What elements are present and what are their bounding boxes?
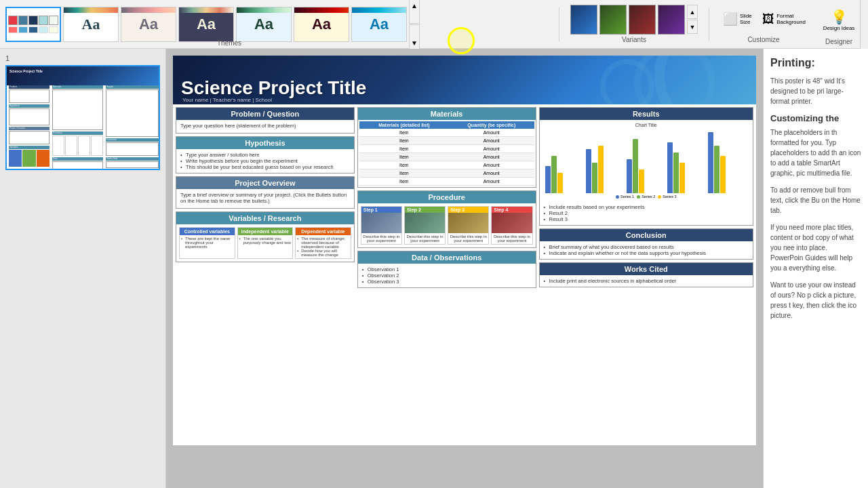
variants-section: ▲ ▼ Variants — [565, 5, 703, 43]
controlled-var-label: Controlled variables — [180, 228, 235, 235]
data-observations-content[interactable]: Observation 1 Observation 2 Observation … — [358, 264, 536, 287]
step-1-image — [361, 213, 401, 233]
slide-thumbnail[interactable]: Science Project Title Problem Hypothesis… — [5, 65, 160, 170]
controlled-var-box[interactable]: Controlled variables These are kept the … — [179, 227, 235, 259]
theme-7[interactable]: Aa — [351, 7, 407, 42]
independent-var-box[interactable]: Independent variable The one variable yo… — [237, 227, 294, 259]
slide-subtitle[interactable]: Your name | Teacher's name | School — [182, 97, 272, 103]
printing-text: This poster is 48" wid It's designed to … — [770, 76, 861, 106]
bar-2-yellow — [598, 146, 604, 193]
format-background-button[interactable]: 🖼 Format Background — [761, 5, 807, 33]
divider-1 — [559, 7, 559, 41]
slide-number: 1 — [5, 54, 160, 62]
hypothesis-bullet-1: Type your answer / solution here — [186, 152, 350, 158]
item-cell: Item — [359, 169, 449, 178]
variables-row: Controlled variables These are kept the … — [176, 224, 354, 262]
slide-size-icon: ⬜ — [723, 12, 738, 26]
materials-table-container[interactable]: Materials (detailed list) Quantity (be s… — [358, 120, 536, 187]
problem-content[interactable]: Type your question here (statement of th… — [176, 120, 354, 133]
toolbar-scrollbar[interactable] — [860, 0, 868, 49]
bar-1-green — [551, 156, 557, 193]
step-3-box[interactable]: Step 3 Describe this step in your experi… — [448, 206, 489, 245]
theme-4[interactable]: Aa — [178, 7, 234, 42]
divider-2 — [709, 7, 709, 41]
independent-var-text: The one variable you purposely change an… — [238, 235, 293, 246]
observation-1: Observation 1 — [368, 266, 532, 272]
bar-group-2 — [586, 146, 625, 193]
bar-group-5 — [708, 132, 747, 193]
hypothesis-content[interactable]: Type your answer / solution here Write h… — [176, 149, 354, 173]
project-overview-content[interactable]: Type a brief overview or summary of your… — [176, 189, 354, 208]
variants-scroll-up[interactable]: ▲ — [687, 5, 698, 19]
legend-label-2: Series 2 — [642, 195, 655, 199]
bar-4-green — [673, 152, 679, 193]
themes-scroll-up[interactable]: ▲ — [409, 0, 420, 24]
legend-dot-1 — [616, 195, 619, 199]
variant-3[interactable] — [629, 5, 656, 35]
legend-dot-3 — [658, 195, 661, 199]
procedure-steps: Step 1 Describe this step in your experi… — [358, 203, 536, 247]
variant-4[interactable] — [658, 5, 685, 35]
dependent-var-box[interactable]: Dependent variable The measure of change… — [295, 227, 351, 259]
works-cited-header: Works Cited — [540, 263, 753, 275]
materials-header: Materials — [358, 108, 536, 120]
step-2-image — [405, 213, 445, 233]
result-bullet-1: Include results based on your experiment… — [549, 204, 749, 210]
works-cited-content[interactable]: Include print and electronic sources in … — [540, 275, 753, 287]
variables-header: Variables / Research — [176, 212, 354, 224]
dependent-var-text: The measure of change; observed because … — [296, 235, 351, 258]
slide-title[interactable]: Science Project Title — [181, 77, 366, 99]
designer-panel: Printing: This poster is 48" wid It's de… — [763, 49, 868, 488]
results-bullets[interactable]: Include results based on your experiment… — [540, 201, 753, 225]
variant-2[interactable] — [599, 5, 627, 35]
bar-2-green — [592, 163, 597, 193]
customizing-text2: To add or remove bull from text, click t… — [770, 185, 861, 216]
customizing-text4: Want to use your ow instead of ours? No … — [770, 280, 861, 321]
item-cell: Item — [359, 145, 449, 153]
design-ideas-icon: 💡 — [831, 9, 848, 25]
results-header: Results — [540, 108, 753, 120]
step-2-label: Step 2 — [405, 207, 445, 213]
slide-area: Science Project Title Your name | Teache… — [166, 49, 763, 488]
customize-section: ⬜ Slide Size 🖼 Format Background Customi… — [715, 5, 812, 43]
qty-cell: Amount — [449, 145, 534, 153]
problem-header: Problem / Question — [176, 108, 354, 120]
theme-5[interactable]: Aa — [236, 7, 292, 42]
variants-label: Variants — [622, 36, 646, 43]
table-row: ItemAmount — [359, 161, 534, 169]
step-4-image — [492, 213, 532, 233]
works-cited-text: Include print and electronic sources in … — [549, 278, 749, 284]
observation-2: Observation 2 — [368, 272, 532, 279]
theme-6[interactable]: Aa — [294, 7, 349, 42]
theme-2[interactable]: Aa — [63, 7, 119, 42]
hypothesis-box: Hypothesis Type your answer / solution h… — [176, 136, 355, 174]
problem-text: Type your question here (statement of th… — [180, 123, 350, 129]
design-ideas-button[interactable]: 💡 Design Ideas — [821, 3, 857, 37]
theme-1[interactable] — [5, 7, 61, 42]
variants-scroll-down[interactable]: ▼ — [687, 20, 698, 34]
theme-3[interactable]: Aa — [121, 7, 176, 42]
variant-1[interactable] — [570, 5, 597, 35]
step-3-text: Describe this step in your experiment — [448, 233, 488, 244]
slide-size-button[interactable]: ⬜ Slide Size — [720, 5, 758, 33]
step-1-box[interactable]: Step 1 Describe this step in your experi… — [361, 206, 402, 245]
procedure-header: Procedure — [358, 191, 536, 203]
slide-canvas[interactable]: Science Project Title Your name | Teache… — [173, 56, 756, 445]
customize-label: Customize — [747, 36, 779, 43]
variables-box: Variables / Research Controlled variable… — [176, 211, 355, 262]
problem-box: Problem / Question Type your question he… — [176, 107, 355, 134]
conclusion-content[interactable]: Brief summary of what you discovered bas… — [540, 241, 753, 259]
item-cell: Item — [359, 161, 449, 169]
bar-1-blue — [545, 166, 551, 193]
bar-3-blue — [627, 159, 632, 193]
qty-cell: Amount — [449, 153, 534, 161]
step-4-box[interactable]: Step 4 Describe this step in your experi… — [491, 206, 532, 245]
designer-label: Designer — [825, 38, 852, 45]
designer-section: 💡 Design Ideas Designer — [815, 3, 863, 45]
works-cited-box: Works Cited Include print and electronic… — [539, 262, 754, 287]
results-box: Results Chart Title — [539, 107, 754, 226]
data-observations-header: Data / Observations — [358, 251, 536, 264]
step-2-box[interactable]: Step 2 Describe this step in your experi… — [404, 206, 446, 245]
materials-col2-header: Quantity (be specific) — [449, 121, 534, 129]
bar-3-green — [633, 139, 638, 193]
